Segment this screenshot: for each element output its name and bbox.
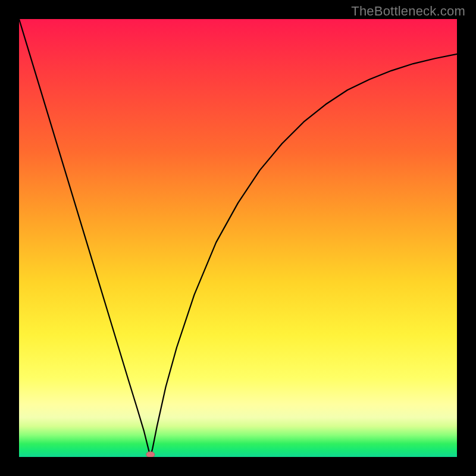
- chart-frame: TheBottleneck.com: [0, 0, 476, 476]
- watermark-text: TheBottleneck.com: [351, 4, 465, 19]
- min-marker: [146, 452, 155, 457]
- curve-layer: [19, 19, 457, 457]
- plot-area: [19, 19, 457, 457]
- bottleneck-curve: [19, 19, 457, 457]
